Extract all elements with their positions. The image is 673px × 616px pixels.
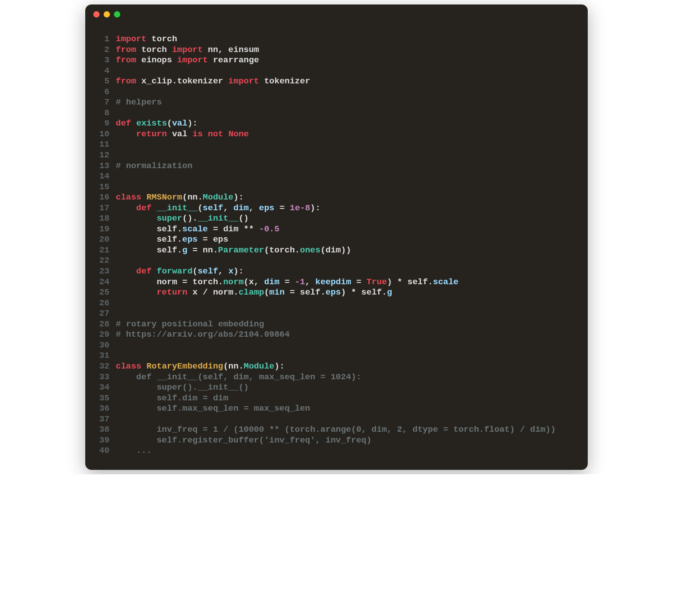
line-number: 17: [94, 203, 109, 214]
code-line[interactable]: 8: [94, 108, 579, 119]
line-number: 3: [94, 55, 109, 66]
code-line[interactable]: 16class RMSNorm(nn.Module):: [94, 192, 579, 203]
code-content: return x / norm.clamp(min = self.eps) * …: [116, 287, 392, 298]
code-line[interactable]: 13# normalization: [94, 161, 579, 172]
code-content: class RotaryEmbedding(nn.Module):: [116, 361, 284, 372]
line-number: 30: [94, 340, 109, 351]
maximize-icon[interactable]: [114, 11, 120, 17]
code-line[interactable]: 39 self.register_buffer('inv_freq', inv_…: [94, 435, 579, 446]
code-content: # https://arxiv.org/abs/2104.09864: [116, 330, 290, 340]
code-content: self.register_buffer('inv_freq', inv_fre…: [116, 435, 371, 446]
code-content: [116, 340, 121, 351]
code-line[interactable]: 27: [94, 308, 579, 319]
code-content: def forward(self, x):: [116, 266, 244, 277]
code-content: # helpers: [116, 97, 162, 108]
line-number: 4: [94, 66, 109, 77]
code-line[interactable]: 2from torch import nn, einsum: [94, 45, 579, 56]
code-line[interactable]: 14: [94, 171, 579, 182]
line-number: 36: [94, 403, 109, 414]
line-number: 40: [94, 446, 109, 456]
line-number: 11: [94, 139, 109, 150]
code-line[interactable]: 20 self.eps = eps: [94, 234, 579, 245]
line-number: 6: [94, 87, 109, 98]
code-line[interactable]: 6: [94, 87, 579, 98]
line-number: 25: [94, 287, 109, 298]
close-icon[interactable]: [93, 11, 100, 17]
code-content: [116, 66, 121, 77]
code-line[interactable]: 19 self.scale = dim ** -0.5: [94, 224, 579, 235]
code-line[interactable]: 31: [94, 351, 579, 361]
code-line[interactable]: 12: [94, 150, 579, 161]
code-content: return val is not None: [116, 129, 249, 140]
line-number: 28: [94, 319, 109, 330]
code-line[interactable]: 4: [94, 66, 579, 77]
code-content: self.eps = eps: [116, 234, 228, 245]
line-number: 33: [94, 372, 109, 383]
line-number: 12: [94, 150, 109, 161]
code-content: def __init__(self, dim, eps = 1e-8):: [116, 203, 320, 214]
code-content: import torch: [116, 34, 177, 45]
code-content: [116, 298, 121, 309]
code-line[interactable]: 23 def forward(self, x):: [94, 266, 579, 277]
code-line[interactable]: 28# rotary positional embedding: [94, 319, 579, 330]
line-number: 15: [94, 182, 109, 193]
line-number: 9: [94, 118, 109, 129]
code-content: [116, 182, 121, 193]
code-content: [116, 351, 121, 361]
code-content: [116, 87, 121, 98]
code-content: def __init__(self, dim, max_seq_len = 10…: [116, 372, 361, 383]
code-content: def exists(val):: [116, 118, 197, 129]
code-content: # rotary positional embedding: [116, 319, 264, 330]
line-number: 34: [94, 382, 109, 393]
line-number: 7: [94, 97, 109, 108]
code-content: super().__init__(): [116, 213, 249, 224]
line-number: 19: [94, 224, 109, 235]
code-line[interactable]: 33 def __init__(self, dim, max_seq_len =…: [94, 372, 579, 383]
code-content: self.g = nn.Parameter(torch.ones(dim)): [116, 245, 351, 256]
code-line[interactable]: 38 inv_freq = 1 / (10000 ** (torch.arang…: [94, 425, 579, 435]
line-number: 27: [94, 308, 109, 319]
code-line[interactable]: 26: [94, 298, 579, 309]
code-content: from einops import rearrange: [116, 55, 259, 66]
line-number: 16: [94, 192, 109, 203]
code-line[interactable]: 37: [94, 414, 579, 425]
code-line[interactable]: 29# https://arxiv.org/abs/2104.09864: [94, 330, 579, 340]
code-content: super().__init__(): [116, 382, 249, 393]
code-line[interactable]: 17 def __init__(self, dim, eps = 1e-8):: [94, 203, 579, 214]
code-content: self.dim = dim: [116, 393, 228, 404]
code-content: [116, 414, 121, 425]
code-line[interactable]: 34 super().__init__(): [94, 382, 579, 393]
code-line[interactable]: 9def exists(val):: [94, 118, 579, 129]
line-number: 22: [94, 256, 109, 266]
code-line[interactable]: 18 super().__init__(): [94, 213, 579, 224]
code-editor-window: 1import torch2from torch import nn, eins…: [85, 4, 588, 470]
code-line[interactable]: 35 self.dim = dim: [94, 393, 579, 404]
code-line[interactable]: 1import torch: [94, 34, 579, 45]
code-line[interactable]: 7# helpers: [94, 97, 579, 108]
code-line[interactable]: 36 self.max_seq_len = max_seq_len: [94, 403, 579, 414]
line-number: 14: [94, 171, 109, 182]
code-line[interactable]: 40 ...: [94, 446, 579, 456]
code-line[interactable]: 24 norm = torch.norm(x, dim = -1, keepdi…: [94, 277, 579, 288]
code-line[interactable]: 5from x_clip.tokenizer import tokenizer: [94, 76, 579, 87]
line-number: 32: [94, 361, 109, 372]
minimize-icon[interactable]: [104, 11, 110, 17]
code-line[interactable]: 32class RotaryEmbedding(nn.Module):: [94, 361, 579, 372]
line-number: 29: [94, 330, 109, 340]
code-content: norm = torch.norm(x, dim = -1, keepdim =…: [116, 277, 459, 288]
code-line[interactable]: 21 self.g = nn.Parameter(torch.ones(dim)…: [94, 245, 579, 256]
code-line[interactable]: 30: [94, 340, 579, 351]
line-number: 24: [94, 277, 109, 288]
code-content: [116, 256, 121, 266]
code-editor[interactable]: 1import torch2from torch import nn, eins…: [85, 24, 588, 470]
code-line[interactable]: 3from einops import rearrange: [94, 55, 579, 66]
code-line[interactable]: 10 return val is not None: [94, 129, 579, 140]
code-content: [116, 108, 121, 119]
line-number: 38: [94, 425, 109, 435]
code-content: class RMSNorm(nn.Module):: [116, 192, 244, 203]
code-line[interactable]: 11: [94, 139, 579, 150]
code-line[interactable]: 25 return x / norm.clamp(min = self.eps)…: [94, 287, 579, 298]
code-line[interactable]: 15: [94, 182, 579, 193]
line-number: 35: [94, 393, 109, 404]
code-line[interactable]: 22: [94, 256, 579, 266]
